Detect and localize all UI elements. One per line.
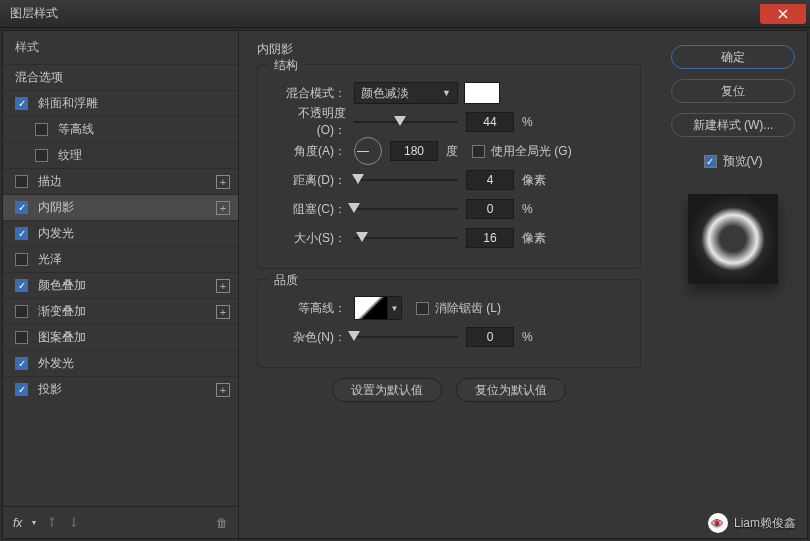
style-label: 内阴影 (38, 199, 216, 216)
style-item-5[interactable]: 内发光 (3, 220, 238, 246)
angle-label: 角度(A)： (272, 143, 354, 160)
make-default-button[interactable]: 设置为默认值 (332, 378, 442, 402)
style-label: 渐变叠加 (38, 303, 216, 320)
choke-slider[interactable] (354, 202, 458, 216)
noise-slider[interactable] (354, 330, 458, 344)
style-checkbox[interactable] (15, 201, 28, 214)
style-checkbox[interactable] (15, 253, 28, 266)
add-effect-icon[interactable]: + (216, 383, 230, 397)
styles-footer: fx ▾ 🠕 🠗 🗑 (3, 506, 238, 538)
settings-panel: 内阴影 结构 混合模式： 颜色减淡▼ 不透明度(O)： % 角度( (239, 31, 659, 538)
style-list: 斜面和浮雕等高线纹理描边+内阴影+内发光光泽颜色叠加+渐变叠加+图案叠加外发光投… (3, 90, 238, 506)
style-checkbox[interactable] (15, 305, 28, 318)
structure-label: 结构 (268, 57, 304, 74)
styles-header[interactable]: 样式 (3, 31, 238, 64)
noise-label: 杂色(N)： (272, 329, 354, 346)
style-label: 斜面和浮雕 (38, 95, 230, 112)
style-item-8[interactable]: 渐变叠加+ (3, 298, 238, 324)
style-item-9[interactable]: 图案叠加 (3, 324, 238, 350)
style-item-11[interactable]: 投影+ (3, 376, 238, 402)
close-button[interactable] (760, 4, 806, 24)
titlebar[interactable]: 图层样式 (0, 0, 810, 28)
style-item-3[interactable]: 描边+ (3, 168, 238, 194)
style-label: 描边 (38, 173, 216, 190)
default-buttons: 设置为默认值 复位为默认值 (257, 378, 641, 402)
style-item-10[interactable]: 外发光 (3, 350, 238, 376)
style-label: 纹理 (58, 147, 230, 164)
layer-style-dialog: 图层样式 样式 混合选项 斜面和浮雕等高线纹理描边+内阴影+内发光光泽颜色叠加+… (0, 0, 810, 541)
style-checkbox[interactable] (15, 331, 28, 344)
trash-icon[interactable]: 🗑 (216, 516, 228, 530)
global-light-checkbox[interactable]: 使用全局光 (G) (472, 143, 572, 160)
contour-dropdown[interactable]: ▼ (388, 296, 402, 320)
style-label: 颜色叠加 (38, 277, 216, 294)
blend-mode-select[interactable]: 颜色减淡▼ (354, 82, 458, 104)
color-swatch[interactable] (464, 82, 500, 104)
window-title: 图层样式 (10, 5, 760, 22)
chevron-down-icon: ▼ (442, 88, 451, 98)
style-checkbox[interactable] (15, 383, 28, 396)
angle-input[interactable] (390, 141, 438, 161)
structure-group: 结构 混合模式： 颜色减淡▼ 不透明度(O)： % 角度(A)： (257, 64, 641, 269)
opacity-label: 不透明度(O)： (272, 105, 354, 139)
styles-panel: 样式 混合选项 斜面和浮雕等高线纹理描边+内阴影+内发光光泽颜色叠加+渐变叠加+… (3, 31, 239, 538)
opacity-input[interactable] (466, 112, 514, 132)
style-checkbox[interactable] (15, 357, 28, 370)
style-label: 图案叠加 (38, 329, 230, 346)
noise-input[interactable] (466, 327, 514, 347)
ok-button[interactable]: 确定 (671, 45, 795, 69)
choke-unit: % (522, 202, 533, 216)
style-item-6[interactable]: 光泽 (3, 246, 238, 272)
size-input[interactable] (466, 228, 514, 248)
opacity-unit: % (522, 115, 533, 129)
size-unit: 像素 (522, 230, 546, 247)
style-item-7[interactable]: 颜色叠加+ (3, 272, 238, 298)
contour-picker[interactable] (354, 296, 388, 320)
style-item-2[interactable]: 纹理 (3, 142, 238, 168)
style-checkbox[interactable] (15, 279, 28, 292)
angle-dial[interactable] (354, 137, 382, 165)
new-style-button[interactable]: 新建样式 (W)... (671, 113, 795, 137)
blending-options-item[interactable]: 混合选项 (3, 64, 238, 90)
close-icon (778, 9, 788, 19)
style-checkbox[interactable] (35, 149, 48, 162)
quality-label: 品质 (268, 272, 304, 289)
style-label: 外发光 (38, 355, 230, 372)
style-item-4[interactable]: 内阴影+ (3, 194, 238, 220)
style-checkbox[interactable] (35, 123, 48, 136)
choke-input[interactable] (466, 199, 514, 219)
distance-unit: 像素 (522, 172, 546, 189)
style-label: 光泽 (38, 251, 230, 268)
fx-menu[interactable]: fx (13, 516, 22, 530)
distance-slider[interactable] (354, 173, 458, 187)
style-item-1[interactable]: 等高线 (3, 116, 238, 142)
style-label: 投影 (38, 381, 216, 398)
reset-default-button[interactable]: 复位为默认值 (456, 378, 566, 402)
noise-unit: % (522, 330, 533, 344)
style-item-0[interactable]: 斜面和浮雕 (3, 90, 238, 116)
watermark: 👁 Liam赖俊鑫 (708, 513, 796, 533)
cancel-button[interactable]: 复位 (671, 79, 795, 103)
style-checkbox[interactable] (15, 97, 28, 110)
preview-checkbox[interactable]: 预览(V) (704, 153, 763, 170)
size-slider[interactable] (354, 231, 458, 245)
size-label: 大小(S)： (272, 230, 354, 247)
choke-label: 阻塞(C)： (272, 201, 354, 218)
move-down-icon[interactable]: 🠗 (68, 516, 80, 530)
style-checkbox[interactable] (15, 175, 28, 188)
opacity-slider[interactable] (354, 115, 458, 129)
add-effect-icon[interactable]: + (216, 305, 230, 319)
add-effect-icon[interactable]: + (216, 175, 230, 189)
style-label: 等高线 (58, 121, 230, 138)
antialias-checkbox[interactable]: 消除锯齿 (L) (416, 300, 501, 317)
move-up-icon[interactable]: 🠕 (46, 516, 58, 530)
add-effect-icon[interactable]: + (216, 201, 230, 215)
distance-input[interactable] (466, 170, 514, 190)
panel-title: 内阴影 (257, 41, 641, 58)
actions-panel: 确定 复位 新建样式 (W)... 预览(V) (659, 31, 807, 538)
style-label: 内发光 (38, 225, 230, 242)
quality-group: 品质 等高线： ▼ 消除锯齿 (L) 杂色(N)： % (257, 279, 641, 368)
style-checkbox[interactable] (15, 227, 28, 240)
chevron-down-icon: ▾ (32, 518, 36, 527)
add-effect-icon[interactable]: + (216, 279, 230, 293)
